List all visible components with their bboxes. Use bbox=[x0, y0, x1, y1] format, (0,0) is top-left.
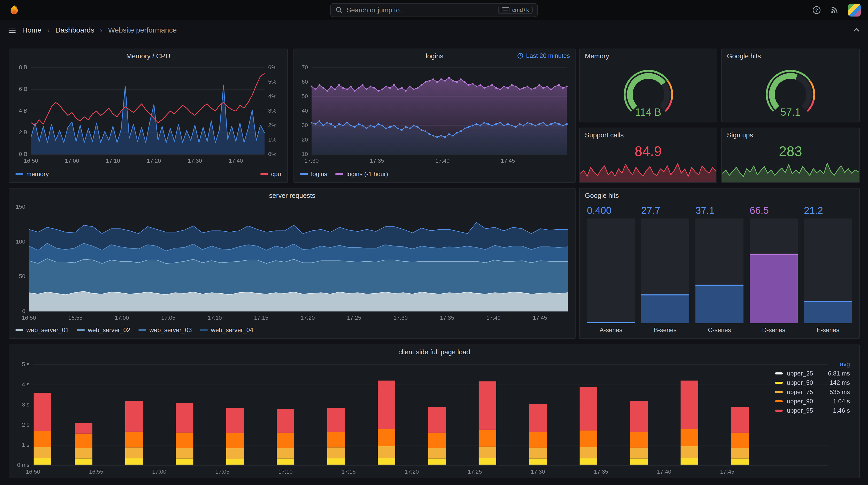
top-nav: cmd+k ? bbox=[0, 0, 868, 20]
search-box[interactable]: cmd+k bbox=[330, 3, 538, 17]
legend-label: upper_95 bbox=[787, 407, 819, 414]
breadcrumb-separator: › bbox=[47, 26, 50, 34]
legend-item-logins[interactable]: logins bbox=[300, 170, 327, 178]
panel-client-load: client side full page load avgupper_256.… bbox=[9, 345, 860, 478]
google-gauge-value: 57.1 bbox=[754, 106, 827, 118]
panel-memory-gauge: Memory 114 B bbox=[579, 48, 717, 122]
bar-gauge-label: A-series bbox=[587, 326, 635, 334]
user-avatar[interactable] bbox=[848, 3, 861, 16]
panel-server-requests: server requests web_server_01web_server_… bbox=[9, 188, 576, 339]
panel-title-google-hits-bars[interactable]: Google hits bbox=[585, 191, 619, 199]
bar-gauge-track bbox=[804, 219, 852, 323]
sign-ups-spark[interactable] bbox=[722, 156, 859, 182]
panel-title-support-calls[interactable]: Support calls bbox=[585, 131, 624, 139]
bar-gauge-d-series[interactable]: 66.5D-series bbox=[750, 204, 798, 334]
legend-swatch bbox=[16, 173, 23, 175]
help-icon[interactable]: ? bbox=[812, 5, 821, 14]
breadcrumb-current: Website performance bbox=[108, 26, 177, 34]
legend-label: web_server_02 bbox=[88, 326, 130, 334]
panel-memory-cpu: Memory / CPU memorycpu bbox=[9, 48, 288, 183]
legend-item-web_server_03[interactable]: web_server_03 bbox=[138, 326, 192, 334]
legend-swatch bbox=[200, 329, 208, 331]
legend-swatch bbox=[16, 329, 23, 331]
legend-label: memory bbox=[26, 170, 49, 178]
keyboard-icon bbox=[502, 7, 510, 12]
legend-avg-header: avg bbox=[823, 360, 850, 368]
legend-item-memory[interactable]: memory bbox=[16, 170, 49, 178]
legend-item-web_server_02[interactable]: web_server_02 bbox=[77, 326, 130, 334]
legend-item-web_server_04[interactable]: web_server_04 bbox=[200, 326, 253, 334]
legend-avg-value: 6.81 ms bbox=[823, 370, 850, 377]
legend-item-logins-1-hour-[interactable]: logins (-1 hour) bbox=[336, 170, 388, 178]
svg-text:?: ? bbox=[815, 7, 818, 13]
panel-title-google-hits[interactable]: Google hits bbox=[727, 52, 761, 60]
time-range-badge[interactable]: Last 20 minutes bbox=[518, 49, 570, 63]
bar-gauge-track bbox=[750, 219, 798, 323]
panel-title-client-load[interactable]: client side full page load bbox=[398, 348, 470, 356]
search-icon bbox=[335, 6, 343, 13]
bar-gauge-fill bbox=[695, 284, 743, 323]
support-calls-spark[interactable] bbox=[580, 156, 716, 182]
legend-label: logins bbox=[311, 170, 327, 178]
legend-label: upper_75 bbox=[787, 388, 819, 396]
legend-label: web_server_01 bbox=[26, 326, 69, 334]
legend-avg-value: 1.46 s bbox=[823, 407, 850, 414]
panel-title-sign-ups[interactable]: Sign ups bbox=[727, 131, 753, 139]
bar-gauge-label: B-series bbox=[641, 326, 689, 334]
bar-gauge-value: 37.1 bbox=[695, 204, 743, 217]
search-input[interactable] bbox=[347, 6, 494, 14]
bar-gauge-label: D-series bbox=[750, 326, 798, 334]
legend-swatch bbox=[775, 391, 783, 393]
legend-label: upper_25 bbox=[787, 370, 819, 377]
legend-item-web_server_01[interactable]: web_server_01 bbox=[16, 326, 69, 334]
panel-logins: logins Last 20 minutes loginslogins (-1 … bbox=[293, 48, 576, 183]
grafana-logo[interactable] bbox=[7, 3, 21, 17]
support-calls-body: 84.9 bbox=[580, 141, 717, 182]
bar-gauge-fill bbox=[750, 254, 798, 323]
legend-swatch bbox=[775, 373, 783, 375]
bar-gauge-fill bbox=[804, 301, 852, 323]
breadcrumb-home[interactable]: Home bbox=[22, 26, 41, 34]
grafana-flame-icon bbox=[7, 3, 21, 16]
panel-title-server-requests[interactable]: server requests bbox=[269, 191, 315, 199]
legend-swatch bbox=[260, 173, 268, 175]
google-hits-gauge: 57.1 bbox=[754, 65, 827, 119]
bar-gauge-e-series[interactable]: 21.2E-series bbox=[804, 204, 852, 334]
memory-cpu-legend: memorycpu bbox=[9, 168, 287, 182]
legend-avg-value: 142 ms bbox=[823, 379, 850, 386]
legend-item-upper_95[interactable]: upper_951.46 s bbox=[775, 407, 850, 414]
client-load-chart[interactable] bbox=[9, 358, 859, 478]
menu-toggle-icon[interactable] bbox=[8, 26, 17, 34]
logins-chart[interactable] bbox=[294, 63, 575, 168]
bar-gauge-value: 21.2 bbox=[804, 204, 852, 217]
legend-item-cpu[interactable]: cpu bbox=[260, 170, 281, 178]
legend-label: upper_90 bbox=[787, 398, 819, 405]
server-requests-chart[interactable] bbox=[9, 202, 575, 324]
legend-label: cpu bbox=[271, 170, 281, 178]
news-rss-icon[interactable] bbox=[830, 6, 839, 14]
legend-item-upper_25[interactable]: upper_256.81 ms bbox=[775, 370, 850, 377]
shortcut-label: cmd+k bbox=[512, 7, 529, 13]
memory-gauge: 114 B bbox=[612, 65, 684, 119]
clock-icon bbox=[518, 53, 524, 59]
legend-item-upper_50[interactable]: upper_50142 ms bbox=[775, 379, 850, 386]
bar-gauge-label: E-series bbox=[804, 326, 852, 334]
memory-cpu-chart[interactable] bbox=[9, 63, 287, 168]
shortcut-badge: cmd+k bbox=[498, 6, 533, 14]
bar-gauge-c-series[interactable]: 37.1C-series bbox=[695, 204, 743, 334]
panel-title-logins[interactable]: logins bbox=[426, 52, 443, 60]
panel-title-memory-cpu[interactable]: Memory / CPU bbox=[126, 52, 170, 60]
legend-item-upper_90[interactable]: upper_901.04 s bbox=[775, 398, 850, 405]
sign-ups-body: 283 bbox=[722, 141, 859, 182]
panel-sign-ups: Sign ups 283 bbox=[721, 128, 860, 183]
bar-gauge-value: 0.400 bbox=[587, 204, 635, 217]
breadcrumb-dashboards[interactable]: Dashboards bbox=[55, 26, 94, 34]
breadcrumb-bar: Home › Dashboards › Website performance bbox=[0, 20, 868, 40]
bar-gauge-value: 66.5 bbox=[750, 204, 798, 217]
legend-item-upper_75[interactable]: upper_75535 ms bbox=[775, 388, 850, 396]
chevron-up-icon[interactable] bbox=[852, 26, 860, 34]
panel-title-memory[interactable]: Memory bbox=[585, 52, 609, 60]
bar-gauge-b-series[interactable]: 27.7B-series bbox=[641, 204, 689, 334]
bar-gauge-a-series[interactable]: 0.400A-series bbox=[587, 204, 635, 334]
grafana-dashboard: cmd+k ? Home › Dashboards › Website pe bbox=[0, 0, 868, 485]
